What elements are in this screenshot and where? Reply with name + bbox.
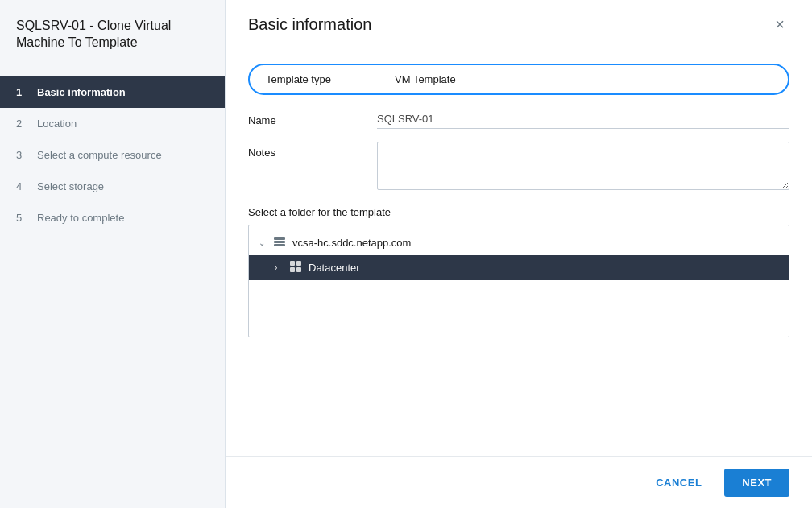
dialog: SQLSRV-01 - Clone Virtual Machine To Tem… [0, 0, 812, 508]
chevron-right-icon: › [275, 263, 286, 272]
main-footer: CANCEL NEXT [226, 456, 812, 508]
datacenter-icon [289, 260, 302, 275]
notes-textarea[interactable] [377, 142, 789, 190]
step-label: Select storage [37, 180, 104, 192]
svg-rect-0 [274, 237, 285, 240]
svg-rect-2 [274, 244, 285, 246]
folder-section-label: Select a folder for the template [248, 206, 789, 218]
svg-rect-6 [296, 267, 301, 272]
svg-rect-4 [296, 261, 301, 266]
template-type-row: Template type VM Template [248, 64, 789, 95]
main-header: Basic information × [226, 0, 812, 47]
sidebar-title: SQLSRV-01 - Clone Virtual Machine To Tem… [0, 0, 225, 68]
sidebar-steps: 1 Basic information 2 Location 3 Select … [0, 68, 225, 242]
tree-root-label: vcsa-hc.sddc.netapp.com [292, 237, 411, 249]
step-label: Select a compute resource [37, 149, 162, 161]
name-label: Name [248, 109, 377, 126]
sidebar-step-5[interactable]: 5 Ready to complete [0, 202, 225, 233]
step-num: 4 [16, 180, 29, 192]
tree-child-item[interactable]: › Datacenter [249, 255, 789, 280]
step-label: Basic information [37, 86, 126, 98]
name-control [377, 109, 789, 129]
tree-child-label: Datacenter [309, 262, 360, 274]
notes-row: Notes [248, 142, 789, 193]
step-label: Location [37, 118, 77, 130]
tree-root-item[interactable]: ⌄ vcsa-hc.sddc.netapp.com [249, 230, 789, 255]
notes-control [377, 142, 789, 193]
template-type-label: Template type [266, 73, 395, 85]
name-input[interactable] [377, 109, 789, 129]
folder-tree: ⌄ vcsa-hc.sddc.netapp.com [248, 225, 789, 337]
next-button[interactable]: NEXT [724, 469, 789, 497]
svg-rect-3 [290, 261, 295, 266]
step-label: Ready to complete [37, 212, 124, 224]
sidebar-step-2[interactable]: 2 Location [0, 108, 225, 139]
sidebar-step-3[interactable]: 3 Select a compute resource [0, 139, 225, 171]
main-content: Template type VM Template Name Notes Sel… [226, 47, 812, 456]
sidebar: SQLSRV-01 - Clone Virtual Machine To Tem… [0, 0, 226, 508]
svg-rect-1 [274, 241, 285, 243]
step-num: 2 [16, 118, 29, 130]
name-row: Name [248, 109, 789, 129]
svg-rect-5 [290, 267, 295, 272]
template-type-value: VM Template [395, 73, 456, 85]
sidebar-step-1: 1 Basic information [0, 76, 225, 108]
notes-label: Notes [248, 142, 377, 159]
main-title: Basic information [248, 15, 371, 34]
main-panel: Basic information × Template type VM Tem… [226, 0, 812, 508]
close-button[interactable]: × [770, 14, 789, 34]
step-num: 3 [16, 149, 29, 161]
sidebar-step-4[interactable]: 4 Select storage [0, 171, 225, 202]
cancel-button[interactable]: CANCEL [643, 470, 715, 495]
server-icon [273, 235, 286, 250]
step-num: 5 [16, 212, 29, 224]
chevron-down-icon: ⌄ [259, 238, 270, 247]
step-num: 1 [16, 86, 29, 98]
folder-section: Select a folder for the template ⌄ [248, 206, 789, 337]
